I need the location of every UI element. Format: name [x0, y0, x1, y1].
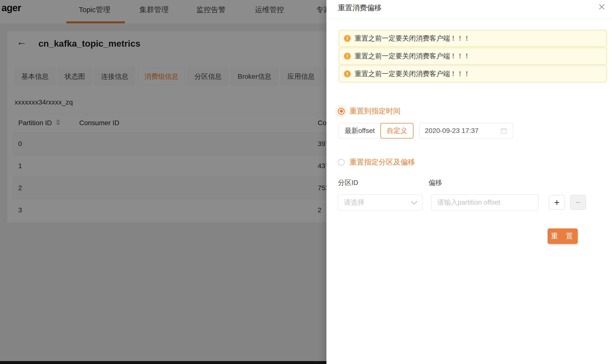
- reset-offset-drawer: 重置消费偏移 ! 重置之前一定要关闭消费客户端！！！ ! 重置之前一定要关闭消费…: [326, 0, 612, 364]
- radio-selected-icon[interactable]: [338, 108, 345, 115]
- latest-offset-button[interactable]: 最新offset: [339, 123, 381, 139]
- datetime-picker[interactable]: 2020-09-23 17:37: [419, 123, 513, 139]
- time-offset-controls: 最新offset 自定义 2020-09-23 17:37: [339, 123, 513, 139]
- offset-input[interactable]: 请输入partition offset: [431, 195, 539, 210]
- add-row-button[interactable]: +: [549, 195, 565, 210]
- partition-select[interactable]: 请选择: [338, 195, 422, 210]
- offset-label: 偏移: [429, 178, 442, 187]
- chevron-down-icon: [411, 198, 417, 204]
- radio-reset-to-time[interactable]: 重置到指定时间: [338, 106, 401, 116]
- warning-alert-text: 重置之前一定要关闭消费客户端！！！: [355, 52, 470, 61]
- exclamation-circle-icon: !: [344, 35, 351, 42]
- partition-offset-inputs: 请选择 请输入partition offset + −: [326, 195, 612, 211]
- offset-input-placeholder: 请输入partition offset: [437, 198, 500, 207]
- radio-reset-to-time-label: 重置到指定时间: [350, 106, 401, 116]
- warning-alert-text: 重置之前一定要关闭消费客户端！！！: [355, 34, 470, 43]
- exclamation-circle-icon: !: [344, 53, 351, 60]
- radio-unselected-icon[interactable]: [338, 159, 345, 166]
- radio-reset-partition-offset-label: 重置指定分区及偏移: [350, 157, 415, 167]
- drawer-title: 重置消费偏移: [338, 3, 382, 13]
- remove-row-button[interactable]: −: [570, 195, 586, 210]
- datetime-value: 2020-09-23 17:37: [425, 127, 479, 135]
- custom-offset-button[interactable]: 自定义: [380, 123, 413, 139]
- calendar-icon: [500, 127, 508, 134]
- warning-alert: ! 重置之前一定要关闭消费客户端！！！: [339, 65, 607, 82]
- drawer-header: 重置消费偏移: [326, 0, 612, 19]
- partition-select-placeholder: 请选择: [344, 198, 364, 207]
- reset-button[interactable]: 重 置: [547, 228, 578, 244]
- warning-alert: ! 重置之前一定要关闭消费客户端！！！: [339, 30, 607, 47]
- close-icon[interactable]: [597, 2, 607, 12]
- warning-alert-text: 重置之前一定要关闭消费客户端！！！: [355, 69, 470, 78]
- warning-alert: ! 重置之前一定要关闭消费客户端！！！: [339, 48, 607, 65]
- partition-id-label: 分区ID: [338, 178, 358, 187]
- exclamation-circle-icon: !: [344, 70, 351, 77]
- warning-alerts: ! 重置之前一定要关闭消费客户端！！！ ! 重置之前一定要关闭消费客户端！！！ …: [339, 30, 607, 83]
- radio-reset-partition-offset[interactable]: 重置指定分区及偏移: [338, 157, 415, 167]
